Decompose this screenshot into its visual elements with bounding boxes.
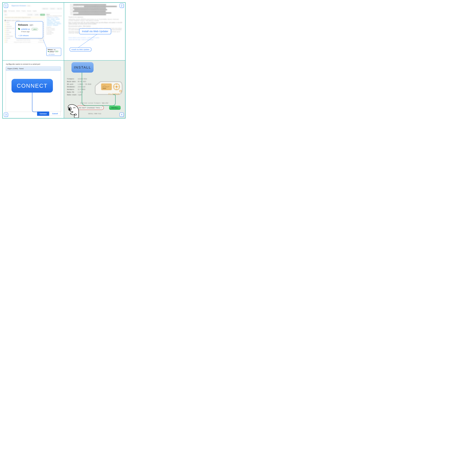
release-age-mini: 4 hours ago (49, 52, 60, 53)
svg-rect-4 (103, 88, 106, 89)
topic-tag[interactable]: keeloq (52, 20, 56, 21)
topic-tag[interactable]: rolling-codes (54, 22, 60, 23)
web-updater-link-actual[interactable]: Install via Web Updater (70, 48, 91, 51)
latest-badge-mini: Latest (55, 51, 58, 52)
commit-author[interactable]: xMasterX (6, 20, 11, 21)
tab-security[interactable]: Security (27, 10, 31, 12)
more-releases-link-mini[interactable]: + 126 releases (48, 54, 60, 55)
donation-address: XMR (Monero): ██████████████████████████… (70, 12, 123, 14)
more-releases-link[interactable]: + 126 releases (18, 35, 41, 36)
cancel-button[interactable]: Cancel (49, 111, 61, 116)
latest-badge: Latest (31, 28, 38, 30)
releases-count: 127 (29, 24, 34, 26)
step-panel-2: 2 BCH: █████████████████████████████████… (64, 3, 125, 60)
device-info-table: Firmware:unlshd-041e Build date:06-04-20… (67, 78, 91, 96)
install-button[interactable]: INSTALL (109, 106, 121, 110)
svg-point-9 (69, 108, 70, 110)
tag-icon (18, 28, 20, 30)
donation-address: BTC: ███████████████████████████████████… (70, 8, 123, 9)
sidebar-meta-item[interactable]: ⎘ GPL-3.0 license (46, 28, 63, 29)
link-extra-apps[interactable]: Version with extra apps - Install via We… (68, 39, 123, 40)
donation-address: ETH/BSC/ERC20-Tokens: ██████████████████… (70, 6, 123, 7)
step-panel-3: 3 my.flipp.dev wants to connect to a ser… (3, 60, 64, 118)
fork-button[interactable]: Fork 847 (49, 8, 56, 10)
recommended-heading: Recommended option - Web Updater (68, 25, 123, 27)
releases-callout-zoom: Releases127 unlshd-xx Latest 4 hours ago… (16, 21, 43, 38)
link-no-anim[interactable]: Version without custom animations - Inst… (68, 37, 123, 38)
sidebar-meta-item[interactable]: ⎘ Readme (46, 27, 63, 28)
sidebar-meta-item[interactable]: ⎘ 646 forks (46, 33, 63, 35)
sidebar-meta-item[interactable]: ⎘ Code of conduct (46, 29, 63, 31)
sidebar-meta-item[interactable]: ⎘ 324 watching (46, 32, 63, 33)
repo-name[interactable]: flipperzero-firmware (11, 5, 26, 7)
topic-tag[interactable]: flipperzero (56, 23, 61, 24)
connect-button[interactable]: Connect (37, 112, 49, 116)
sidebar-meta-item[interactable]: ⎘ 7.2k stars (46, 31, 63, 32)
go-to-file-button[interactable]: Go to file (27, 14, 33, 16)
tab-insights[interactable]: Insights (33, 10, 37, 12)
topic-tag[interactable]: alternative-firmware (47, 23, 56, 24)
releases-heading-mini: Releases (48, 49, 53, 50)
svg-point-6 (115, 86, 118, 88)
dolphin-mascot-icon (66, 104, 81, 118)
step-badge-3: 3 (4, 113, 8, 117)
tab-code[interactable]: Code (4, 10, 7, 12)
topic-tag[interactable]: unleashed (47, 20, 52, 21)
connect-callout-zoom: CONNECT (11, 79, 53, 93)
branch-ahead-note: This branch is 943 commits ahead of flip… (4, 16, 45, 19)
tab-actions[interactable]: Actions (16, 10, 20, 12)
web-updater-callout-zoom: Install via Web Updater (79, 28, 111, 34)
release-name[interactable]: unlshd-xx (21, 28, 30, 30)
dnc-label: DO NOT CHANGE THIS (79, 107, 100, 109)
step-panel-4: 4 Firmware:unlshd-041e Build date:06-04-… (64, 60, 125, 118)
star-button[interactable]: Star 7.7k (56, 8, 63, 10)
serial-device-option[interactable]: Flipper (COM3) - Paired (6, 66, 61, 71)
tab-pulls[interactable]: Pull requests (8, 10, 15, 12)
branch-select[interactable]: dev (4, 14, 8, 16)
visibility-badge: Public (26, 5, 31, 7)
tag-icon (48, 51, 49, 52)
chevron-down-icon (100, 107, 102, 108)
topic-tag[interactable]: darkflippers (53, 24, 58, 26)
watch-button[interactable]: Watch 132 (42, 8, 49, 10)
serial-prompt-text: my.flipp.dev wants to connect to a seria… (6, 63, 61, 65)
about-heading: About (46, 14, 63, 15)
donation-address: TON: ███████████████████████████████████… (70, 14, 123, 15)
topic-tag[interactable]: jailbreak (55, 18, 60, 20)
topic-tag[interactable]: firmware (50, 18, 55, 20)
add-file-button[interactable]: Add file (34, 14, 39, 16)
donation-address: LTC: ███████████████████████████████████… (70, 11, 123, 12)
topic-tag[interactable]: flipper-plugins (47, 22, 53, 23)
releases-heading: Releases (18, 24, 28, 26)
flipper-brand-label: FLIPPER (108, 93, 120, 95)
releases-count-mini: 127 (53, 49, 56, 50)
file-row[interactable]: furiMerge branch 'fz-dev' into dev3 days… (4, 39, 45, 41)
releases-card-actual[interactable]: Releases 127 unlshd-xx Latest 4 hours ag… (46, 48, 61, 56)
about-link[interactable]: t.me/flipperzero_unofficial (46, 17, 63, 18)
topic-tag[interactable]: flipper-zero (47, 24, 52, 26)
release-age: 4 hours ago (21, 31, 41, 32)
topic-tag[interactable]: flipper (47, 18, 50, 20)
about-description: Flipper Zero Unleashed Firmware (46, 15, 63, 16)
code-button[interactable]: Code (40, 14, 45, 16)
file-row[interactable]: libMerge pull request #69 from h4sh5/…15… (4, 41, 45, 43)
step-badge-4: 4 (120, 113, 124, 117)
install-note: Note: To avoid issues with .dfu, prefer … (68, 22, 123, 24)
release-name-mini[interactable]: unlshd-xx (49, 51, 54, 52)
thanks-body: callmezimbra, Quen0n, MERRON, grvpvl (lv… (68, 19, 123, 21)
install-callout-zoom: INSTALL (72, 62, 94, 73)
tab-projects[interactable]: Projects (22, 10, 26, 12)
instruction-grid: 1 flipperzero-firmwarePublic Watch 132 F… (2, 2, 125, 119)
step-badge-1: 1 (4, 4, 8, 8)
step-panel-1: 1 flipperzero-firmwarePublic Watch 132 F… (3, 3, 64, 60)
donation-address: BCH: ███████████████████████████████████… (70, 4, 123, 6)
step-badge-2: 2 (120, 4, 124, 8)
leader-line (32, 93, 46, 112)
donation-address: DOGE: ██████████████████████████████████… (70, 9, 123, 10)
thanks-heading: Thanks to our sponsors: (68, 16, 123, 18)
commit-message: update changelog (11, 20, 20, 21)
